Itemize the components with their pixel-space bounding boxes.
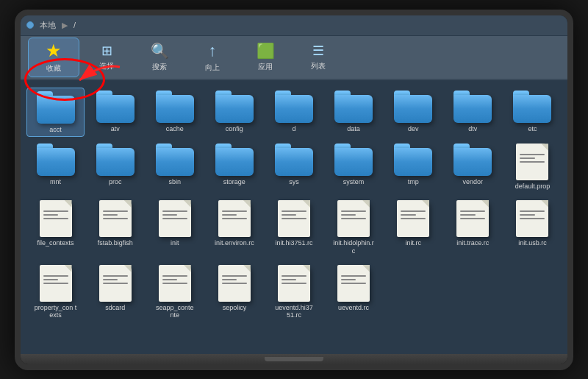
file-label-ueventd-rc: ueventd.rc (338, 304, 369, 312)
doc-icon-init-usb-rc (516, 200, 548, 237)
toolbar-select[interactable]: ⊞ 选择 (81, 38, 132, 77)
file-fstab-bigfish[interactable]: fstab.bigfish (86, 197, 144, 258)
folder-label-vendor: vendor (463, 178, 484, 186)
file-init-hi3751-rc[interactable]: init.hi3751.rc (265, 197, 323, 258)
toolbar-list-label: 列表 (311, 61, 326, 71)
folder-icon-proc (96, 144, 135, 176)
folder-icon-dev (394, 91, 432, 123)
file-init[interactable]: init (146, 197, 204, 258)
up-icon: ↑ (209, 41, 217, 60)
file-label-property-contexts: property_con texts (35, 304, 77, 320)
folder-label-sys: sys (289, 178, 299, 186)
doc-icon-sdcard (99, 265, 132, 302)
doc-icon-default-prop (516, 144, 548, 180)
toolbar-up[interactable]: ↑ 向上 (187, 38, 238, 77)
file-file-contexts[interactable]: file_contexts (26, 197, 85, 258)
folder-config[interactable]: config (205, 88, 263, 138)
folder-icon-tmp (394, 144, 432, 176)
file-ueventd-hi3751[interactable]: ueventd.hi37 51.rc (265, 262, 323, 323)
doc-icon-property-contexts (40, 265, 72, 302)
folder-icon-vendor (453, 144, 492, 176)
file-init-rc[interactable]: init.rc (384, 197, 442, 258)
toolbar-search-label: 搜索 (152, 62, 167, 72)
folder-data[interactable]: data (325, 88, 383, 138)
folder-icon-dtv (453, 91, 492, 123)
folder-label-sbin: sbin (169, 178, 182, 186)
folder-storage[interactable]: storage (205, 141, 263, 194)
doc-icon-file-contexts (40, 200, 72, 237)
folder-vendor[interactable]: vendor (444, 141, 502, 194)
star-icon: ★ (46, 40, 62, 61)
screen: 本地 ▶ / ★ 收藏 ⊞ 选择 (21, 15, 567, 354)
tv-stand (21, 354, 567, 364)
file-default-prop[interactable]: default.prop (503, 141, 562, 194)
doc-icon-init-trace-rc (456, 200, 489, 237)
folder-proc[interactable]: proc (86, 141, 144, 194)
folder-cache[interactable]: cache (146, 88, 204, 138)
folder-sbin[interactable]: sbin (146, 141, 204, 194)
folder-dev[interactable]: dev (384, 88, 442, 138)
file-label-default-prop: default.prop (515, 183, 551, 191)
file-ueventd-rc[interactable]: ueventd.rc (325, 262, 383, 323)
folder-atv[interactable]: atv (86, 88, 144, 138)
file-seapp-conte[interactable]: seapp_conte nte (146, 262, 204, 323)
file-init-trace-rc[interactable]: init.trace.rc (444, 197, 502, 258)
folder-label-proc: proc (109, 178, 122, 186)
folder-label-tmp: tmp (408, 178, 419, 186)
folder-label-dev: dev (408, 125, 419, 133)
file-label-sdcard: sdcard (105, 304, 125, 312)
apps-icon: 🟩 (257, 42, 275, 60)
toolbar-apps-label: 应用 (258, 62, 273, 72)
folder-dtv[interactable]: dtv (444, 88, 502, 138)
folder-sys[interactable]: sys (265, 141, 323, 194)
doc-icon-seapp-conte (159, 265, 191, 302)
file-grid: acct atv cache (21, 80, 567, 354)
toolbar: ★ 收藏 ⊞ 选择 🔍 搜索 ↑ 向上 🟩 应用 ☰ 列表 (21, 36, 567, 80)
file-property-contexts[interactable]: property_con texts (26, 262, 85, 323)
doc-icon-fstab-bigfish (99, 200, 132, 237)
file-label-seapp-conte: seapp_conte nte (154, 304, 196, 320)
file-label-fstab-bigfish: fstab.bigfish (98, 239, 133, 247)
folder-label-atv: atv (111, 125, 120, 133)
folder-icon-d (275, 91, 313, 123)
folder-label-d: d (292, 125, 295, 133)
doc-icon-init-rc (397, 200, 429, 237)
top-bar-separator: ▶ (62, 21, 68, 30)
folder-icon-storage (215, 144, 254, 176)
folder-icon-sbin (156, 144, 194, 176)
toolbar-apps[interactable]: 🟩 应用 (240, 38, 291, 77)
folder-mnt[interactable]: mnt (26, 141, 85, 194)
folder-label-etc: etc (528, 125, 537, 133)
folder-icon-config (215, 91, 254, 123)
toolbar-up-label: 向上 (205, 63, 220, 73)
file-init-environ-rc[interactable]: init.environ.rc (205, 197, 263, 258)
doc-icon-init-environ-rc (218, 200, 251, 237)
toolbar-list[interactable]: ☰ 列表 (293, 38, 344, 77)
doc-icon-ueventd-rc (337, 265, 370, 302)
toolbar-favorites[interactable]: ★ 收藏 (28, 38, 79, 77)
folder-tmp[interactable]: tmp (384, 141, 442, 194)
folder-d[interactable]: d (265, 88, 323, 138)
folder-system[interactable]: system (325, 141, 383, 194)
folder-icon-etc (513, 91, 551, 123)
file-label-init-usb-rc: init.usb.rc (518, 239, 547, 247)
doc-icon-init (159, 200, 191, 237)
file-sepolicy[interactable]: sepolicy (205, 262, 263, 323)
file-init-hidolphin-rc[interactable]: init.hidolphin.rc (325, 197, 383, 258)
folder-label-system: system (343, 178, 365, 186)
top-bar-title: 本地 (40, 20, 56, 31)
folder-icon-cache (156, 91, 194, 123)
top-bar: 本地 ▶ / (21, 15, 567, 36)
folder-label-acct: acct (49, 126, 62, 134)
folder-label-dtv: dtv (468, 125, 477, 133)
folder-icon-acct (37, 91, 75, 124)
file-label-init: init (171, 239, 179, 247)
folder-etc[interactable]: etc (503, 88, 562, 138)
file-init-usb-rc[interactable]: init.usb.rc (503, 197, 562, 258)
folder-acct[interactable]: acct (26, 88, 85, 138)
file-label-sepolicy: sepolicy (223, 304, 247, 312)
folder-label-config: config (226, 125, 243, 133)
file-label-init-hidolphin-rc: init.hidolphin.rc (332, 239, 375, 255)
file-sdcard[interactable]: sdcard (86, 262, 144, 323)
toolbar-search[interactable]: 🔍 搜索 (134, 38, 185, 77)
